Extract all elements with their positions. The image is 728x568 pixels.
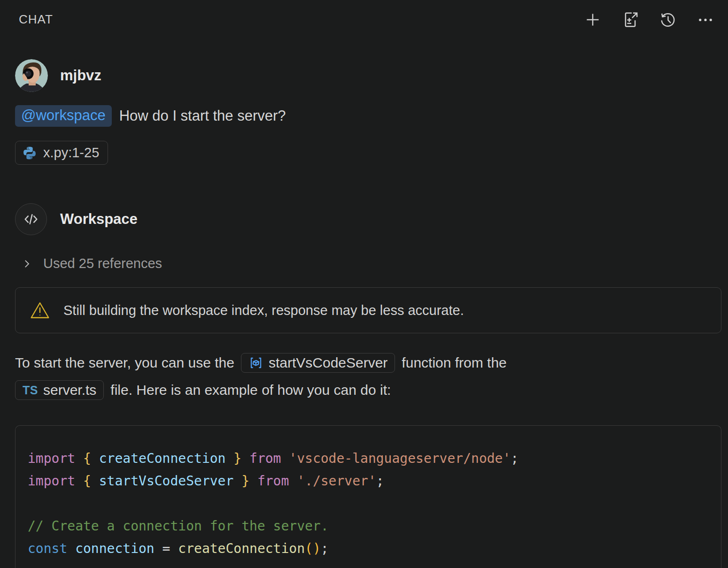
code-content: import { createConnection } from 'vscode… bbox=[28, 447, 712, 560]
user-message: @workspace How do I start the server? bbox=[15, 105, 721, 127]
chat-panel: CHAT bbox=[0, 0, 728, 568]
attachment-label: x.py:1-25 bbox=[43, 145, 99, 161]
warning-text: Still building the workspace index, resp… bbox=[63, 303, 464, 318]
chat-history-button[interactable] bbox=[658, 10, 677, 29]
agent-header-row: Workspace bbox=[15, 203, 721, 235]
paragraph-part-1: To start the server, you can use the bbox=[15, 355, 234, 371]
used-references-toggle[interactable]: Used 25 references bbox=[21, 256, 162, 271]
panel-header: CHAT bbox=[0, 0, 728, 29]
paragraph-line-1: To start the server, you can use the sta… bbox=[15, 349, 721, 376]
chat-content: mjbvz @workspace How do I start the serv… bbox=[0, 59, 728, 568]
new-chat-icon bbox=[584, 11, 601, 28]
code-icon bbox=[22, 210, 40, 229]
agent-avatar bbox=[15, 203, 47, 235]
paragraph-part-3: file. Here is an example of how you can … bbox=[110, 382, 391, 398]
open-chat-in-editor-icon bbox=[622, 11, 639, 28]
more-actions-button[interactable] bbox=[696, 10, 715, 29]
workspace-mention: @workspace bbox=[15, 105, 112, 127]
user-message-text: How do I start the server? bbox=[119, 107, 286, 124]
open-chat-in-editor-button[interactable] bbox=[621, 10, 640, 29]
new-chat-button[interactable] bbox=[583, 10, 602, 29]
paragraph-line-2: TS server.ts file. Here is an example of… bbox=[15, 376, 721, 404]
chevron-right-icon bbox=[21, 258, 33, 270]
more-actions-icon bbox=[697, 11, 714, 29]
file-chip[interactable]: TS server.ts bbox=[15, 380, 104, 400]
avatar bbox=[15, 59, 48, 92]
agent-name: Workspace bbox=[60, 211, 138, 228]
file-chip-label: server.ts bbox=[43, 382, 96, 398]
panel-title: CHAT bbox=[19, 10, 53, 27]
symbol-chip[interactable]: startVsCodeServer bbox=[241, 353, 395, 373]
warning-icon bbox=[30, 300, 50, 321]
symbol-method-icon bbox=[248, 355, 263, 370]
user-turn: mjbvz @workspace How do I start the serv… bbox=[15, 59, 721, 165]
avatar-image bbox=[15, 59, 48, 92]
code-block: import { createConnection } from 'vscode… bbox=[15, 425, 721, 568]
user-header-row: mjbvz bbox=[15, 59, 721, 92]
symbol-chip-label: startVsCodeServer bbox=[269, 355, 387, 371]
used-references-label: Used 25 references bbox=[43, 256, 162, 271]
response-paragraph: To start the server, you can use the sta… bbox=[15, 349, 721, 404]
attachment-chip[interactable]: x.py:1-25 bbox=[15, 141, 108, 165]
response-turn: Workspace Used 25 references Still build… bbox=[15, 203, 721, 568]
paragraph-part-2: function from the bbox=[402, 355, 506, 371]
ts-file-icon: TS bbox=[23, 384, 38, 397]
warning-box: Still building the workspace index, resp… bbox=[15, 287, 721, 333]
history-icon bbox=[659, 11, 676, 29]
header-actions bbox=[583, 10, 720, 29]
python-icon bbox=[22, 146, 37, 161]
username: mjbvz bbox=[60, 67, 101, 84]
